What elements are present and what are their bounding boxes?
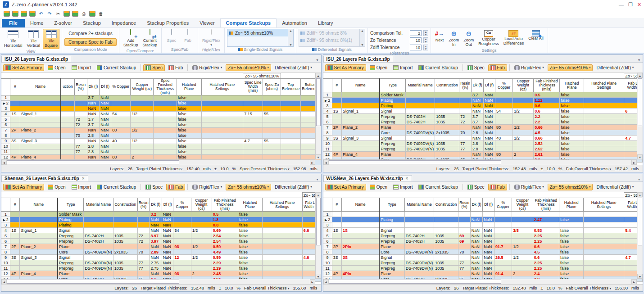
row-gutter[interactable]: 7	[1, 127, 10, 133]
cell[interactable]	[262, 222, 302, 228]
cell[interactable]: DS-7402H	[405, 114, 435, 119]
cell[interactable]	[342, 266, 380, 271]
cell[interactable]	[512, 249, 533, 255]
cell[interactable]: DS-7409DV(N)	[405, 141, 435, 146]
zo-dropdown[interactable]: Zo~ 55 ohms±10%▾	[226, 64, 271, 71]
cell[interactable]	[74, 95, 87, 100]
cell[interactable]: false	[177, 106, 201, 111]
cell[interactable]	[495, 146, 512, 152]
cell[interactable]	[10, 222, 20, 228]
spec-toggle[interactable]: Spec	[143, 64, 165, 71]
cell[interactable]: false	[560, 114, 584, 119]
row-gutter[interactable]: 12	[1, 271, 10, 276]
current-stackup-button[interactable]: Current Stackup	[416, 64, 460, 71]
cell[interactable]: NaN	[471, 98, 483, 103]
cell[interactable]	[332, 92, 341, 98]
cell[interactable]: NaN	[162, 266, 173, 271]
fab-toggle[interactable]: Fab	[166, 184, 185, 190]
cell[interactable]	[131, 100, 154, 106]
cell[interactable]: 77	[74, 149, 87, 154]
cell[interactable]	[137, 271, 150, 276]
cell[interactable]	[113, 271, 137, 276]
cell[interactable]: NaN	[470, 239, 482, 244]
cell[interactable]: false	[559, 244, 584, 249]
cell[interactable]: DS-7409DV(N)	[84, 266, 113, 271]
cell[interactable]	[332, 239, 341, 244]
cell[interactable]: 3.97	[150, 233, 162, 239]
table-row[interactable]: 6723.7NaNfalse	[1, 122, 321, 127]
cell[interactable]: 2.25	[533, 266, 559, 271]
cell[interactable]	[243, 100, 263, 106]
cell[interactable]	[263, 122, 281, 127]
cell[interactable]: 1/2	[513, 109, 534, 114]
cell[interactable]	[584, 228, 624, 233]
cell[interactable]	[559, 222, 584, 228]
cell[interactable]: NaN	[162, 271, 173, 276]
set-as-primary-button[interactable]: Set As Primary	[3, 184, 44, 190]
cell[interactable]	[435, 109, 459, 114]
cell[interactable]	[435, 103, 459, 109]
cell[interactable]: 40	[495, 136, 512, 141]
cell[interactable]: NaN	[162, 233, 173, 239]
cell[interactable]: 1/2	[512, 244, 533, 249]
cell[interactable]	[201, 111, 243, 117]
cell[interactable]	[113, 228, 137, 233]
cell[interactable]	[243, 117, 263, 122]
cell[interactable]	[263, 149, 281, 154]
cell[interactable]: 1/2	[513, 125, 534, 130]
scroll-up-icon[interactable]: ▲	[637, 192, 643, 197]
cell[interactable]	[262, 233, 302, 239]
cell[interactable]	[201, 144, 243, 149]
cell[interactable]: NaN	[484, 146, 495, 152]
cell[interactable]: 80	[111, 127, 131, 133]
row-gutter[interactable]: 6	[1, 122, 10, 127]
cell[interactable]: Plane	[380, 152, 406, 157]
cell[interactable]: Plating	[380, 98, 406, 103]
cell[interactable]	[584, 239, 624, 244]
table-row[interactable]: 11PrepregDS-7409DV(N)103577NaNNaN2.25fal…	[323, 266, 643, 271]
scroll-down-icon[interactable]: ▼	[637, 154, 643, 159]
cell[interactable]	[512, 260, 533, 266]
cell[interactable]: NaN	[162, 222, 173, 228]
cell[interactable]: false	[560, 103, 584, 109]
row-gutter[interactable]: ▶ 2	[1, 217, 10, 222]
cell[interactable]: Prepreg	[58, 260, 84, 266]
cell[interactable]: DS-7402H	[84, 239, 113, 244]
cell[interactable]: 1/2	[513, 136, 534, 141]
cell[interactable]	[435, 98, 459, 103]
cell[interactable]: false	[177, 138, 201, 144]
cell[interactable]: NaN	[484, 130, 495, 136]
tile-horizontal-button[interactable]: Tile Horizontal	[2, 29, 24, 49]
horizontal-scroll-thumb[interactable]	[329, 160, 501, 164]
panel-menu-chevron-icon[interactable]: ▾	[635, 177, 643, 181]
cell[interactable]: false	[177, 111, 201, 117]
scroll-left-icon[interactable]: ◄	[323, 279, 329, 284]
cell[interactable]: NaN	[150, 217, 162, 222]
tab-impedance[interactable]: Impedance	[106, 19, 141, 27]
cell[interactable]	[263, 95, 281, 100]
cell[interactable]: NaN	[483, 255, 494, 260]
cell[interactable]: 2P	[332, 125, 341, 130]
row-gutter[interactable]: 6	[323, 239, 332, 244]
cell[interactable]: 2	[512, 271, 533, 276]
table-row[interactable]: ▶ 2PlatingNaNNaN1.3false	[1, 217, 321, 222]
cell[interactable]: Signal	[380, 109, 406, 114]
table-row[interactable]: 11PrepregDS-7409DV(N)1035772.8NaN2.52fal…	[323, 146, 643, 152]
zo-tolerance-spinner[interactable]: ▲▼	[423, 37, 428, 43]
row-gutter[interactable]: 4	[1, 111, 10, 117]
cell[interactable]	[20, 122, 61, 127]
row-gutter[interactable]: 12	[323, 152, 332, 157]
cell[interactable]	[584, 233, 624, 239]
open-button[interactable]: Open	[45, 184, 68, 190]
cut-icon[interactable]: ✂	[55, 11, 61, 17]
cell[interactable]	[533, 212, 559, 217]
cell[interactable]	[405, 152, 435, 157]
cell[interactable]: 72	[74, 117, 87, 122]
cell[interactable]: Signal_3	[20, 255, 58, 260]
close-button[interactable]: ✕	[637, 2, 641, 8]
table-row[interactable]: 11772.8NaNfalse	[1, 149, 321, 154]
paste-icon[interactable]	[72, 11, 78, 17]
cell[interactable]	[341, 103, 379, 109]
table-row[interactable]: 41SSignal_1SignalNaNNaN541/20.6false6	[323, 109, 643, 114]
cell[interactable]	[332, 98, 341, 103]
